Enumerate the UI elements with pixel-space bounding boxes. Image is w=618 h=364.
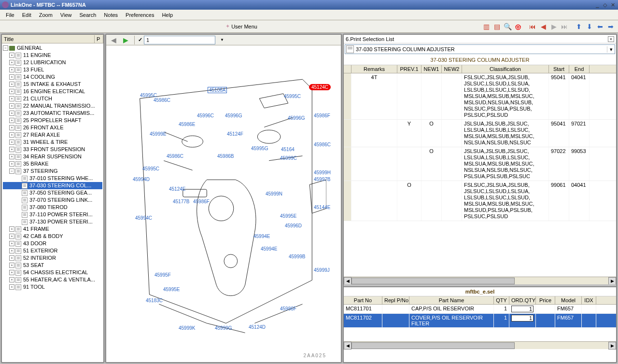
expand-icon[interactable]: + bbox=[9, 103, 14, 109]
tree-item[interactable]: +52 INTERIOR bbox=[3, 254, 102, 262]
h-scrollbar-2[interactable]: ◀ ▶ bbox=[344, 341, 616, 349]
page-input[interactable] bbox=[144, 36, 215, 44]
callout-label[interactable]: 45144E bbox=[314, 205, 330, 210]
scroll-left-icon[interactable]: ◀ bbox=[344, 342, 351, 350]
tree-item[interactable]: +25 PROPELLER SHAFT bbox=[3, 117, 102, 124]
table-row[interactable]: OFSLSUC,JSLSUA,JSLSUB, JSLSUC,LSLSUD,LSL… bbox=[344, 181, 616, 221]
forward-icon[interactable]: ➡ bbox=[606, 22, 616, 31]
tree-item[interactable]: +41 FRAME bbox=[3, 225, 102, 233]
scroll-thumb[interactable] bbox=[351, 278, 515, 284]
callout-label[interactable]: 45994D bbox=[133, 177, 150, 182]
expand-icon[interactable]: + bbox=[9, 241, 14, 246]
col-header[interactable] bbox=[344, 65, 351, 73]
callout-label[interactable]: 45999G bbox=[215, 325, 232, 331]
callout-label[interactable]: 45999E bbox=[150, 131, 166, 137]
callout-label[interactable]: 45996G bbox=[288, 115, 305, 121]
callout-label[interactable]: 45986F bbox=[314, 113, 330, 118]
first-icon[interactable]: ⏮ bbox=[528, 22, 537, 31]
expand-icon[interactable]: + bbox=[9, 147, 14, 152]
expand-icon[interactable]: + bbox=[9, 118, 14, 123]
minimize-icon[interactable]: ⎯ bbox=[594, 1, 601, 8]
tree-item[interactable]: +12 LUBRICATION bbox=[3, 59, 102, 66]
callout-label[interactable]: 45996D bbox=[285, 223, 302, 228]
col-header[interactable]: QTY bbox=[494, 296, 509, 304]
callout-label[interactable]: 45997B bbox=[314, 177, 330, 182]
callout-label[interactable]: 45183C bbox=[146, 298, 163, 303]
callout-label[interactable]: 45986E bbox=[179, 122, 195, 127]
table-row[interactable]: 4TFSLSUC,JSLSUA,JSLSUB, JSLSUC,LSLSUD,LS… bbox=[344, 73, 616, 120]
maximize-icon[interactable]: ◇ bbox=[602, 1, 608, 8]
table-row[interactable]: YOJSLSUA,JSLSUB,JSLSUC, LSLSUA,LSLSUB,LS… bbox=[344, 120, 616, 147]
selection-body[interactable]: MC811701CAP,P/S OIL RESERVOIR11FM657MC81… bbox=[344, 305, 616, 341]
col-header[interactable]: Price bbox=[536, 296, 555, 304]
callout-label[interactable]: 45994E bbox=[261, 246, 277, 252]
callout-label[interactable]: 45999J bbox=[314, 267, 330, 273]
tree-item[interactable]: 37-130 POWER STEERI... bbox=[3, 218, 102, 225]
down-icon[interactable]: ⬇ bbox=[585, 22, 594, 31]
tree-item[interactable]: 37-080 TIEROD bbox=[3, 204, 102, 211]
col-header[interactable]: Model bbox=[555, 296, 582, 304]
callout-label[interactable]: 45164 bbox=[281, 147, 295, 152]
callout-label[interactable]: 45999C bbox=[280, 155, 297, 161]
menu-zoom[interactable]: Zoom bbox=[35, 11, 56, 19]
callout-label[interactable]: 45995C bbox=[142, 166, 159, 171]
callout-label[interactable]: 45177B bbox=[173, 199, 189, 204]
col-header[interactable]: IDX bbox=[582, 296, 596, 304]
expand-icon[interactable]: + bbox=[9, 270, 14, 275]
section-select[interactable]: 37-030 STEERING COLUMN ADJUSTER ▾ bbox=[345, 44, 615, 54]
callout-label[interactable]: 45986C bbox=[314, 142, 331, 147]
col-header[interactable]: End bbox=[569, 65, 590, 73]
expand-icon[interactable]: + bbox=[9, 277, 14, 282]
expand-icon[interactable]: + bbox=[9, 132, 14, 138]
table-row[interactable]: OJSLSUA,JSLSUB,JSLSUC, LSLSUA,LSLSUB,LSL… bbox=[344, 147, 616, 181]
back-icon[interactable]: ⬅ bbox=[595, 22, 605, 31]
search-icon[interactable]: 🔍 bbox=[503, 22, 512, 31]
callout-label[interactable]: 45994E bbox=[253, 234, 270, 239]
scroll-right-icon[interactable]: ▶ bbox=[608, 277, 616, 284]
tree-item[interactable]: +22 MANUAL TRANSMISSIO... bbox=[3, 102, 102, 110]
col-header[interactable]: NEW1 bbox=[421, 65, 442, 73]
last-icon[interactable]: ⏭ bbox=[560, 22, 569, 31]
callout-label[interactable]: 45124F bbox=[227, 131, 243, 137]
callout-label[interactable]: 45124D bbox=[249, 324, 266, 330]
expand-icon[interactable]: + bbox=[9, 60, 14, 65]
menu-search[interactable]: Search bbox=[75, 11, 100, 19]
qty-input[interactable]: 1 bbox=[511, 306, 534, 312]
notes-icon[interactable]: ▤ bbox=[492, 22, 502, 31]
callout-label[interactable]: 45124E bbox=[169, 186, 185, 192]
col-header[interactable]: Remarks bbox=[351, 65, 397, 73]
dropdown-icon[interactable]: ▼ bbox=[217, 35, 227, 45]
up-icon[interactable]: ⬆ bbox=[574, 22, 584, 31]
qty-input[interactable]: 1 bbox=[511, 315, 534, 322]
target-icon[interactable]: ◎ bbox=[513, 22, 523, 31]
expand-icon[interactable]: + bbox=[9, 53, 14, 58]
callout-label[interactable]: 45995E bbox=[163, 287, 180, 292]
expand-icon[interactable]: + bbox=[9, 111, 14, 116]
callout-label[interactable]: 45999B bbox=[289, 254, 305, 259]
user-menu[interactable]: ✦ User Menu bbox=[222, 23, 261, 29]
nav-right-icon[interactable]: ▶ bbox=[121, 35, 130, 45]
menu-preferences[interactable]: Preferences bbox=[122, 11, 158, 19]
callout-label[interactable]: 45996C bbox=[197, 113, 214, 118]
tree-item[interactable]: 37-030 STEERING COL... bbox=[3, 182, 102, 189]
next-icon[interactable]: ▶ bbox=[549, 22, 559, 31]
tree-item[interactable]: −37 STEERING bbox=[3, 168, 102, 175]
grid-body[interactable]: 4TFSLSUC,JSLSUA,JSLSUB, JSLSUC,LSLSUD,LS… bbox=[344, 73, 616, 277]
tree-item[interactable]: 37-050 STEERING GEA... bbox=[3, 189, 102, 196]
x-icon[interactable]: × bbox=[608, 36, 614, 42]
callout-label[interactable]: 45986F bbox=[193, 199, 210, 204]
tree-item[interactable]: +55 HEATER,A/C & VENTILA... bbox=[3, 276, 102, 283]
chevron-down-icon[interactable]: ▾ bbox=[607, 46, 615, 53]
menu-notes[interactable]: Notes bbox=[100, 11, 122, 19]
tree-item[interactable]: +35 BRAKE bbox=[3, 160, 102, 168]
diagram-area[interactable]: 2AA025 45995C45106A45124C45986C45995C459… bbox=[106, 45, 341, 362]
tree-item[interactable]: 37-110 POWER STEERI... bbox=[3, 211, 102, 218]
expand-icon[interactable]: + bbox=[9, 89, 14, 94]
callout-label[interactable]: 45995G bbox=[251, 146, 268, 151]
expand-icon[interactable]: + bbox=[9, 161, 14, 167]
tree-item[interactable]: −GENERAL bbox=[3, 44, 102, 52]
tree-item[interactable]: +53 SEAT bbox=[3, 262, 102, 269]
tree-item[interactable]: +26 FRONT AXLE bbox=[3, 124, 102, 131]
book-icon[interactable]: ▥ bbox=[481, 22, 491, 31]
tree-item[interactable]: +34 REAR SUSPENSION bbox=[3, 153, 102, 160]
